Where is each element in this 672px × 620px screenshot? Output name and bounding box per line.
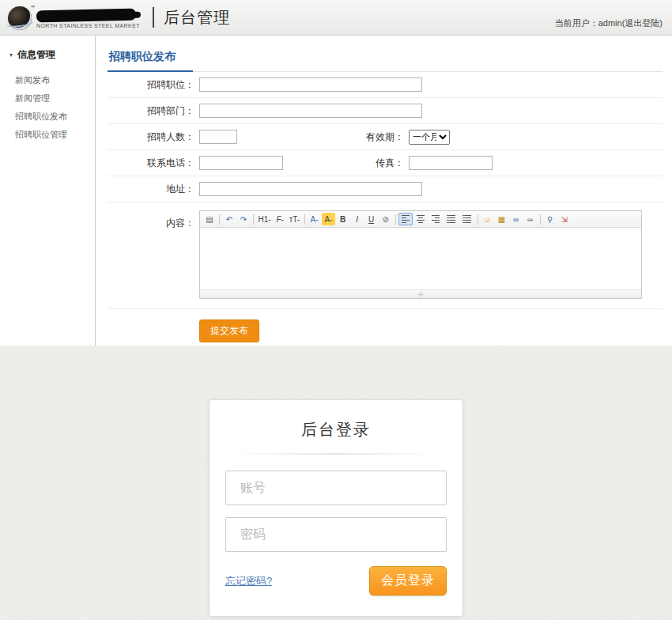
lower-section: 后台登录 忘记密码? 会员登录 (0, 346, 672, 620)
heading-dropdown-icon[interactable]: H1- (257, 213, 273, 225)
link-icon[interactable]: ∞ (509, 213, 523, 225)
login-footer: 忘记密码? 会员登录 (225, 566, 447, 595)
validity-label: 有效期： (322, 130, 409, 144)
image-icon[interactable]: ▦ (495, 213, 508, 225)
logo-redacted-name (36, 9, 136, 23)
member-login-button[interactable]: 会员登录 (369, 566, 447, 595)
remove-format-icon[interactable]: ⊘ (379, 213, 392, 225)
sidebar-item-job-manage[interactable]: 招聘职位管理 (0, 126, 95, 144)
tab-job-publish[interactable]: 招聘职位发布 (108, 45, 193, 72)
underline-icon[interactable]: U (364, 213, 378, 225)
phone-input[interactable] (199, 156, 283, 170)
app-header: NORTH STAINLESS STEEL MARKET ™ 后台管理 当前用户… (0, 0, 672, 36)
password-input[interactable] (225, 517, 447, 552)
count-label: 招聘人数： (108, 130, 199, 144)
align-left-icon[interactable] (398, 213, 413, 225)
tab-bar: 招聘职位发布 (108, 45, 663, 72)
unlink-icon[interactable]: ∞ (523, 213, 537, 225)
align-right-icon[interactable] (428, 213, 443, 225)
login-title: 后台登录 (225, 419, 447, 440)
toolbar-separator (395, 214, 396, 225)
department-label: 招聘部门： (108, 104, 199, 118)
header-left: NORTH STAINLESS STEEL MARKET ™ 后台管理 (6, 0, 230, 35)
content-label: 内容： (108, 210, 199, 299)
form-row-content: 内容： ▤↶↷H1-F-тT-A-A-BIU⊘☺▦∞∞⚲⇲ ⊹ (108, 202, 663, 309)
source-icon[interactable]: ▤ (203, 213, 217, 225)
editor-resize-handle[interactable]: ⊹ (200, 289, 641, 298)
phone-label: 联系电话： (108, 157, 199, 170)
count-input[interactable] (199, 130, 237, 144)
address-label: 地址： (108, 183, 199, 196)
content-row: ▾ 信息管理 新闻发布 新闻管理 招聘职位发布 招聘职位管理 招聘职位发布 招聘… (0, 36, 672, 346)
login-card: 后台登录 忘记密码? 会员登录 (209, 399, 463, 617)
globe-logo-icon (8, 6, 32, 30)
page: NORTH STAINLESS STEEL MARKET ™ 后台管理 当前用户… (0, 0, 672, 620)
logo-block: NORTH STAINLESS STEEL MARKET (36, 9, 140, 28)
submit-publish-button[interactable]: 提交发布 (199, 319, 259, 342)
department-input[interactable] (199, 104, 422, 118)
sidebar-group-info-management[interactable]: ▾ 信息管理 (0, 48, 95, 62)
bold-icon[interactable]: B (336, 213, 349, 225)
toolbar-separator (304, 214, 305, 225)
align-center-icon[interactable] (413, 213, 428, 225)
sidebar-item-news-publish[interactable]: 新闻发布 (0, 71, 95, 89)
fax-input[interactable] (409, 156, 493, 170)
rich-text-editor: ▤↶↷H1-F-тT-A-A-BIU⊘☺▦∞∞⚲⇲ ⊹ (199, 210, 642, 299)
forgot-password-link[interactable]: 忘记密码? (225, 574, 272, 588)
main-panel: 招聘职位发布 招聘职位： 招聘部门： 招聘人数： 有效期： 一个月 (96, 36, 672, 346)
forecolor-icon[interactable]: A- (308, 213, 321, 225)
sidebar-menu: 新闻发布 新闻管理 招聘职位发布 招聘职位管理 (0, 71, 95, 144)
current-user-label: 当前用户：admin (555, 18, 622, 28)
sidebar-item-news-manage[interactable]: 新闻管理 (0, 89, 95, 108)
fontsize-dropdown-icon[interactable]: тT- (288, 213, 301, 225)
fax-label: 传真： (322, 157, 409, 170)
toolbar-separator (478, 214, 478, 225)
fax-group: 传真： (322, 156, 493, 170)
toolbar-separator (219, 214, 220, 225)
page-title: 后台管理 (164, 7, 230, 28)
chevron-down-icon: ▾ (9, 51, 13, 59)
form-row-department: 招聘部门： (108, 98, 663, 124)
form-row-position: 招聘职位： (108, 72, 663, 98)
sidebar-item-job-publish[interactable]: 招聘职位发布 (0, 108, 95, 126)
logout-link[interactable]: (退出登陆) (622, 18, 663, 28)
form-row-count-validity: 招聘人数： 有效期： 一个月 (108, 124, 663, 150)
login-title-divider (234, 453, 438, 455)
current-user-info: 当前用户：admin(退出登陆) (555, 17, 663, 35)
preview-icon[interactable]: ⚲ (543, 213, 557, 225)
form-row-phone-fax: 联系电话： 传真： (108, 150, 663, 176)
editor-content-area[interactable] (200, 228, 641, 289)
validity-group: 有效期： 一个月 (322, 130, 450, 145)
position-input[interactable] (199, 78, 422, 92)
unordered-list-icon[interactable] (459, 213, 474, 225)
undo-icon[interactable]: ↶ (223, 213, 236, 225)
header-divider (153, 7, 154, 28)
form-row-address: 地址： (108, 176, 663, 202)
fontname-dropdown-icon[interactable]: F- (274, 213, 287, 225)
position-label: 招聘职位： (108, 78, 199, 92)
italic-icon[interactable]: I (350, 213, 364, 225)
submit-row: 提交发布 (108, 309, 663, 342)
toolbar-separator (540, 214, 541, 225)
redo-icon[interactable]: ↷ (237, 213, 251, 225)
trademark-mark: ™ (30, 5, 35, 9)
sidebar-group-label: 信息管理 (17, 48, 55, 62)
sidebar: ▾ 信息管理 新闻发布 新闻管理 招聘职位发布 招聘职位管理 (0, 36, 96, 346)
ordered-list-icon[interactable] (444, 213, 459, 225)
address-input[interactable] (199, 182, 422, 196)
editor-toolbar: ▤↶↷H1-F-тT-A-A-BIU⊘☺▦∞∞⚲⇲ (200, 211, 641, 228)
backcolor-icon[interactable]: A- (322, 213, 335, 225)
drag-handle-icon: ⊹ (417, 290, 424, 298)
toolbar-separator (253, 214, 254, 225)
emoticon-icon[interactable]: ☺ (481, 213, 494, 225)
fullscreen-icon[interactable]: ⇲ (557, 213, 571, 225)
validity-select[interactable]: 一个月 (409, 130, 450, 145)
account-input[interactable] (225, 471, 447, 505)
logo-subtitle: NORTH STAINLESS STEEL MARKET (36, 23, 140, 28)
